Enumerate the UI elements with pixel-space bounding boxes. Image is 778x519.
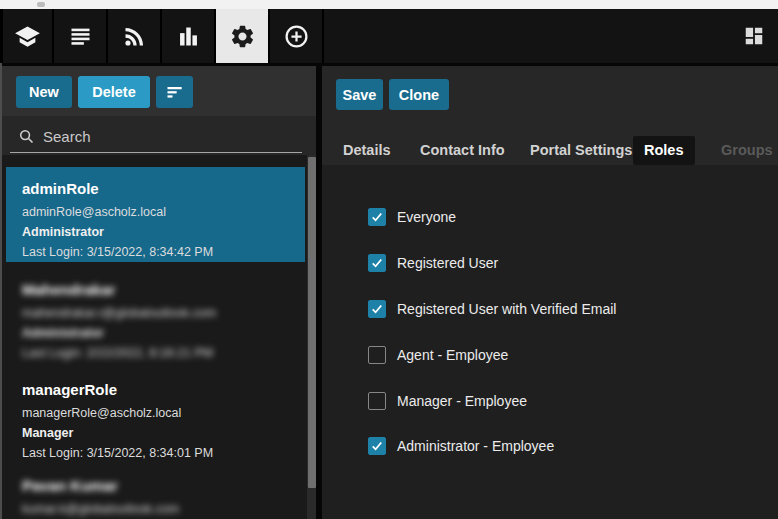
browser-edge-strip	[0, 0, 778, 9]
search-row	[12, 123, 302, 149]
item-role: Administrator	[22, 323, 305, 343]
detail-panel: Save Clone Details Contact Info Portal S…	[322, 66, 778, 519]
role-label: Agent - Employee	[397, 347, 508, 363]
checkmark-icon	[370, 302, 384, 316]
checkbox[interactable]	[368, 208, 386, 226]
rss-icon	[121, 23, 148, 50]
role-row[interactable]: Registered User with Verified Email	[368, 299, 616, 319]
user-list: adminRole adminRole@ascholz.local Admini…	[2, 155, 316, 519]
item-last-login: Last Login: 3/15/2022, 8:34:01 PM	[22, 443, 305, 463]
tab-contact-info[interactable]: Contact Info	[420, 136, 505, 165]
item-email: managerRole@ascholz.local	[22, 403, 305, 423]
save-button[interactable]: Save	[336, 79, 383, 110]
checkbox[interactable]	[368, 437, 386, 455]
nav-settings-button[interactable]	[216, 9, 270, 63]
dashboard-grid-icon	[743, 25, 765, 47]
list-item[interactable]: Pavan Kumar kumar.k@globaloutlook.com Ad…	[6, 464, 305, 519]
sort-icon	[165, 82, 185, 102]
role-label: Registered User	[397, 255, 498, 271]
nav-reports-button[interactable]	[162, 9, 216, 63]
item-role: Manager	[22, 423, 305, 443]
dashboard-layout-button[interactable]	[743, 9, 765, 63]
item-last-login: Last Login: 2/22/2022, 8:16:21 PM	[22, 343, 305, 363]
delete-button[interactable]: Delete	[78, 76, 150, 108]
item-title: Pavan Kumar	[22, 475, 305, 496]
user-list-panel: New Delete adminRole	[2, 66, 316, 519]
item-title: Mahendrakar	[22, 279, 305, 300]
item-last-login: Last Login: 3/15/2022, 8:34:42 PM	[22, 242, 305, 262]
nav-feed-button[interactable]	[108, 9, 162, 63]
role-row[interactable]: Agent - Employee	[368, 345, 508, 365]
item-email: kumar.k@globaloutlook.com	[22, 499, 305, 519]
list-icon	[67, 23, 94, 50]
scrollbar-thumb[interactable]	[308, 157, 316, 488]
education-icon	[14, 23, 41, 50]
list-item[interactable]: Mahendrakar mahendrakar.r@globaloutlook.…	[6, 268, 305, 363]
tab-groups[interactable]: Groups	[721, 136, 773, 165]
checkbox[interactable]	[368, 346, 386, 364]
settings-gear-icon	[229, 23, 256, 50]
scrollbar-track[interactable]	[307, 155, 316, 519]
add-circle-icon	[283, 23, 310, 50]
role-label: Registered User with Verified Email	[397, 301, 616, 317]
checkmark-icon	[370, 210, 384, 224]
item-email: mahendrakar.r@globaloutlook.com	[22, 303, 305, 323]
detail-tabs: Details Contact Info Portal Settings Rol…	[322, 136, 778, 165]
search-icon	[18, 128, 35, 145]
tab-details[interactable]: Details	[343, 136, 391, 165]
clone-button[interactable]: Clone	[389, 79, 449, 110]
checkbox[interactable]	[368, 300, 386, 318]
search-underline	[10, 152, 302, 153]
role-row[interactable]: Everyone	[368, 207, 456, 227]
tab-roles[interactable]: Roles	[633, 136, 695, 165]
nav-add-button[interactable]	[270, 9, 324, 63]
item-role: Administrator	[22, 222, 305, 242]
tab-portal-settings[interactable]: Portal Settings	[530, 136, 632, 165]
item-title: adminRole	[22, 178, 305, 199]
list-item[interactable]: adminRole adminRole@ascholz.local Admini…	[6, 167, 305, 262]
list-item[interactable]: managerRole managerRole@ascholz.local Ma…	[6, 368, 305, 460]
sort-button[interactable]	[156, 76, 193, 108]
role-row[interactable]: Registered User	[368, 253, 498, 273]
bar-chart-icon	[175, 23, 202, 50]
nav-list-button[interactable]	[54, 9, 108, 63]
new-button[interactable]: New	[16, 76, 72, 108]
browser-edge-mark	[37, 2, 45, 7]
list-actions-bar: New Delete	[2, 66, 316, 116]
main-toolbar	[0, 9, 778, 63]
roles-tab-content: Everyone Registered User	[322, 165, 778, 519]
checkmark-icon	[370, 439, 384, 453]
search-input[interactable]	[43, 128, 263, 145]
checkmark-icon	[370, 256, 384, 270]
role-label: Administrator - Employee	[397, 438, 554, 454]
item-title: managerRole	[22, 379, 305, 400]
app-window: New Delete adminRole	[0, 0, 778, 519]
checkbox[interactable]	[368, 392, 386, 410]
role-label: Everyone	[397, 209, 456, 225]
nav-education-button[interactable]	[0, 9, 54, 63]
checkbox[interactable]	[368, 254, 386, 272]
item-email: adminRole@ascholz.local	[22, 202, 305, 222]
role-row[interactable]: Administrator - Employee	[368, 436, 554, 456]
main-area: New Delete adminRole	[0, 63, 778, 519]
role-row[interactable]: Manager - Employee	[368, 391, 527, 411]
role-label: Manager - Employee	[397, 393, 527, 409]
